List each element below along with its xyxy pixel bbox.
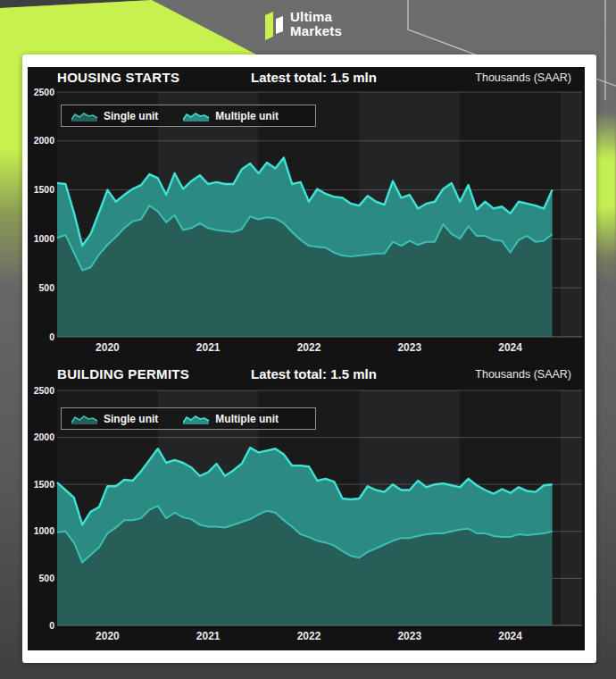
y-axis-tick: 1500 xyxy=(28,184,54,195)
y-axis-tick: 2000 xyxy=(28,135,54,146)
chart-title: BUILDING PERMITS xyxy=(57,366,189,381)
building-permits-legend: Single unitMultiple unit xyxy=(61,407,316,430)
y-axis-tick: 0 xyxy=(28,620,54,631)
legend-swatch-icon xyxy=(183,413,210,424)
housing-starts-legend: Single unitMultiple unit xyxy=(61,105,316,127)
unit-label: Thousands (SAAR) xyxy=(475,368,571,381)
legend-label: Multiple unit xyxy=(215,110,279,122)
y-axis-tick: 1500 xyxy=(28,479,54,490)
brand-icon xyxy=(265,10,284,42)
x-axis-tick: 2023 xyxy=(390,630,429,642)
y-axis-tick: 2500 xyxy=(28,87,54,97)
x-axis-tick: 2021 xyxy=(188,630,228,642)
year-band xyxy=(561,92,582,337)
x-axis-tick: 2020 xyxy=(87,341,127,354)
y-axis-tick: 2000 xyxy=(28,432,54,442)
latest-total-label: Latest total: 1.5 mln xyxy=(251,366,377,381)
legend-item: Single unit xyxy=(71,413,158,425)
brand-name-line1: Ultima xyxy=(290,10,342,24)
chart-panel: HOUSING STARTS Latest total: 1.5 mln Tho… xyxy=(28,67,585,650)
legend-item: Multiple unit xyxy=(183,110,279,122)
plot-area xyxy=(28,67,585,650)
legend-item: Multiple unit xyxy=(183,413,279,425)
legend-item: Single unit xyxy=(71,110,158,122)
x-axis-tick: 2020 xyxy=(87,630,127,642)
chart-title: HOUSING STARTS xyxy=(57,70,179,85)
decor-lime-glow xyxy=(595,111,616,285)
x-axis-tick: 2023 xyxy=(390,341,429,354)
legend-label: Multiple unit xyxy=(215,413,279,425)
x-axis-tick: 2022 xyxy=(289,341,329,354)
x-axis-tick: 2024 xyxy=(491,630,530,642)
y-axis-tick: 500 xyxy=(28,282,54,293)
brand-name-line2: Markets xyxy=(290,24,342,38)
x-axis-tick: 2021 xyxy=(188,341,228,354)
y-axis-tick: 2500 xyxy=(28,385,54,396)
legend-swatch-icon xyxy=(71,110,98,122)
legend-label: Single unit xyxy=(104,413,158,425)
y-axis-tick: 500 xyxy=(28,573,54,583)
decor-lime-left-column xyxy=(0,49,23,286)
x-axis-tick: 2022 xyxy=(289,630,329,642)
brand-logo: Ultima Markets xyxy=(265,10,342,42)
unit-label: Thousands (SAAR) xyxy=(475,71,571,84)
y-axis-tick: 1000 xyxy=(28,525,54,536)
brand-name: Ultima Markets xyxy=(290,10,342,38)
building-permits-header: BUILDING PERMITS Latest total: 1.5 mln T… xyxy=(28,366,585,386)
legend-label: Single unit xyxy=(104,110,158,122)
legend-swatch-icon xyxy=(71,413,98,424)
chart-card: HOUSING STARTS Latest total: 1.5 mln Tho… xyxy=(22,54,596,663)
y-axis-tick: 0 xyxy=(28,331,54,342)
year-band xyxy=(561,390,582,625)
housing-starts-header: HOUSING STARTS Latest total: 1.5 mln Tho… xyxy=(28,70,585,89)
decor-lime-wedge xyxy=(0,0,256,54)
latest-total-label: Latest total: 1.5 mln xyxy=(251,70,377,85)
legend-swatch-icon xyxy=(183,110,210,122)
y-axis-tick: 1000 xyxy=(28,233,54,244)
x-axis-tick: 2024 xyxy=(491,341,530,354)
